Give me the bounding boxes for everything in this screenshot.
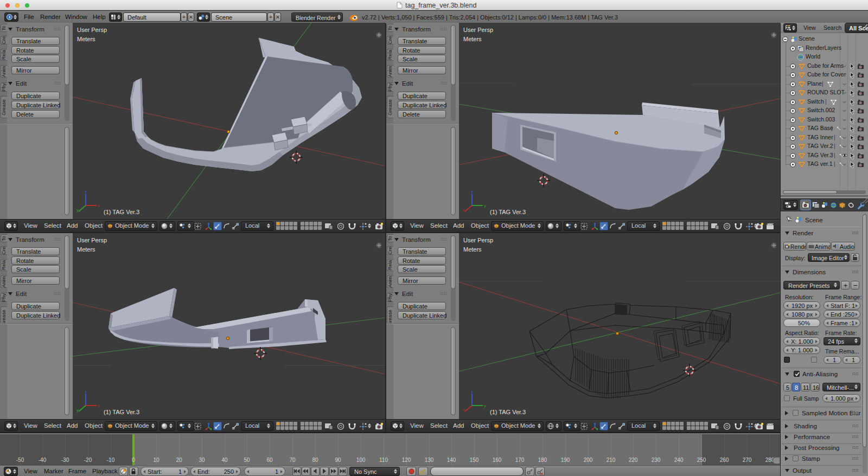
- svg-text:y: y: [484, 203, 486, 208]
- svg-text:z: z: [471, 389, 473, 394]
- svg-text:y: y: [484, 403, 486, 408]
- svg-text:x: x: [98, 203, 100, 208]
- svg-text:i: i: [9, 15, 10, 20]
- svg-text:z: z: [85, 389, 87, 394]
- svg-text:z: z: [471, 189, 473, 194]
- svg-text:x: x: [463, 208, 465, 213]
- svg-text:y: y: [76, 408, 79, 413]
- svg-text:x: x: [463, 408, 465, 413]
- svg-text:y: y: [76, 208, 79, 213]
- svg-text:x: x: [98, 403, 100, 408]
- svg-text:z: z: [85, 189, 87, 194]
